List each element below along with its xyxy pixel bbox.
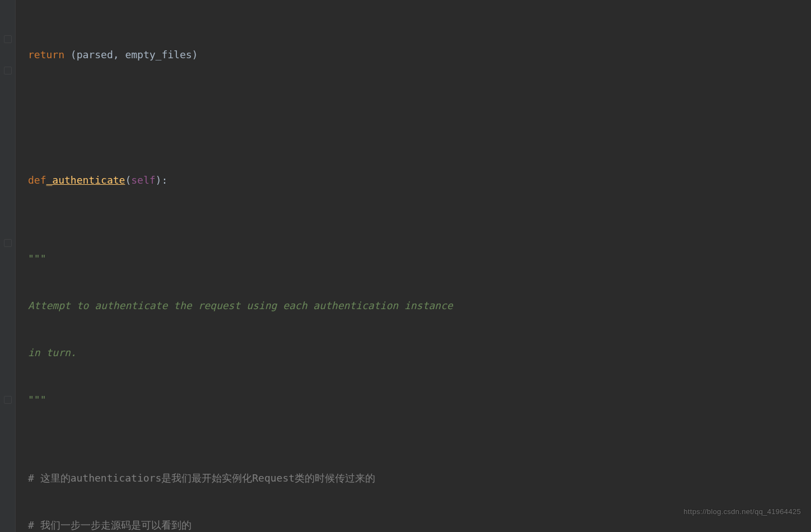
code-line: return (parsed, empty_files) bbox=[28, 47, 811, 63]
code-line: in turn. bbox=[28, 345, 811, 361]
code-area[interactable]: return (parsed, empty_files) def _authen… bbox=[16, 0, 811, 532]
fold-icon[interactable] bbox=[4, 239, 12, 247]
editor-gutter bbox=[0, 0, 16, 532]
watermark-text: https://blog.csdn.net/qq_41964425 bbox=[684, 504, 801, 520]
fold-icon[interactable] bbox=[4, 396, 12, 404]
self-param: self bbox=[131, 172, 155, 188]
fold-icon[interactable] bbox=[4, 35, 12, 43]
code-line: Attempt to authenticate the request usin… bbox=[28, 298, 811, 314]
code-editor[interactable]: return (parsed, empty_files) def _authen… bbox=[0, 0, 811, 532]
code-line: """ bbox=[28, 251, 811, 267]
code-line: def _authenticate(self): bbox=[28, 172, 811, 188]
fold-icon[interactable] bbox=[4, 67, 12, 74]
keyword-def: def bbox=[28, 172, 46, 188]
function-name: _authenticate bbox=[46, 172, 125, 188]
code-line: """ bbox=[28, 392, 811, 408]
code-line bbox=[28, 94, 811, 110]
code-line: # 这里的authenticatiors是我们最开始实例化Request类的时候… bbox=[28, 470, 811, 486]
